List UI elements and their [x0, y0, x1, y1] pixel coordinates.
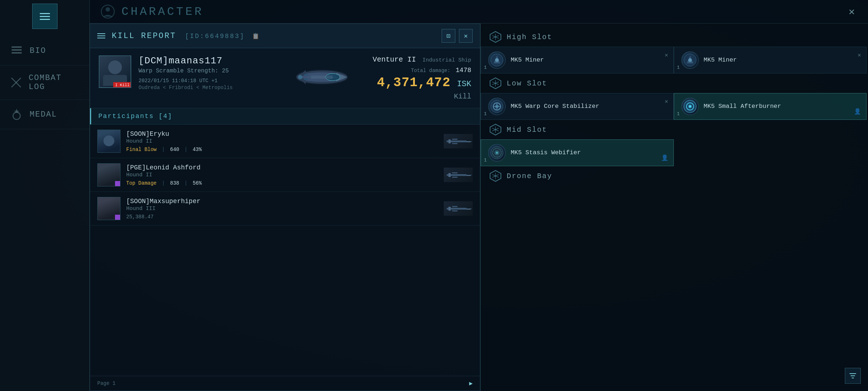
- kill-hero: I Kill [DCM]maanas117 Warp Scramble Stre…: [90, 48, 480, 108]
- high-slot-items: MK5 Miner 1 ✕ MK5 Miner: [481, 47, 868, 73]
- participant-damage-3: 25,388.47: [126, 214, 154, 220]
- kill-date: 2022/01/15 11:04:18 UTC +1: [139, 78, 271, 84]
- stasis-webifier-icon: [488, 144, 506, 161]
- kill-player-name: [DCM]maanas117: [139, 55, 271, 66]
- low-slot-header: Low Slot: [481, 73, 868, 93]
- svg-rect-18: [304, 74, 308, 76]
- sidebar-item-medal[interactable]: Medal: [0, 100, 89, 129]
- participant-avatar-3: [97, 197, 120, 220]
- svg-rect-28: [452, 177, 458, 178]
- participant-info-1: [SOON]Eryku Hound II Final Blow | 640 | …: [126, 130, 438, 152]
- medal-icon: [10, 108, 23, 121]
- kill-location: Oudreda < Fribrodi < Metropolis: [139, 85, 271, 91]
- pagination-next[interactable]: ▶: [469, 380, 473, 387]
- participants-list: [SOON]Eryku Hound II Final Blow | 640 | …: [90, 125, 480, 376]
- isk-value: 4,371,472: [377, 75, 450, 90]
- participants-header: Participants [4]: [90, 108, 480, 125]
- svg-rect-1: [12, 49, 22, 51]
- app-title: CHARACTER: [122, 5, 204, 18]
- isk-row: 4,371,472 ISK: [373, 75, 471, 90]
- rank-badge-2: [115, 181, 120, 186]
- low-slot-label: Low Slot: [507, 79, 547, 88]
- afterburner-name: MK5 Small Afterburner: [704, 102, 781, 110]
- participant-info-2: [PGE]Leonid Ashford Hound II Top Damage …: [126, 164, 438, 186]
- participant-damage-2: 838: [170, 180, 179, 186]
- slot-item-stasis-webifier[interactable]: MK5 Stasis Webifier 1 👤: [481, 139, 674, 166]
- ship-icon: [286, 59, 358, 95]
- svg-point-15: [298, 75, 302, 79]
- mk5-miner-2-icon: [681, 51, 699, 69]
- participant-ship-1: Hound II: [126, 138, 438, 144]
- high-slot-section: High Slot MK5 Miner 1 ✕: [481, 27, 868, 73]
- equipment-panel: High Slot MK5 Miner 1 ✕: [480, 24, 868, 391]
- svg-point-41: [495, 58, 499, 62]
- participant-stats-1: Final Blow | 640 | 43%: [126, 147, 438, 152]
- app-close-button[interactable]: ✕: [843, 3, 861, 21]
- equipment-slots: High Slot MK5 Miner 1 ✕: [481, 24, 868, 391]
- mk5-miner-1-close[interactable]: ✕: [665, 51, 668, 59]
- participant-ship-3: Hound III: [126, 206, 438, 212]
- panel-menu-button[interactable]: [97, 33, 105, 38]
- total-damage-value: 1478: [456, 67, 471, 74]
- isk-label: ISK: [457, 80, 471, 89]
- mid-slot-icon: [489, 123, 502, 136]
- svg-rect-33: [452, 210, 458, 211]
- afterburner-count: 1: [677, 111, 680, 117]
- drone-bay-icon: [489, 170, 502, 182]
- participants-title: Participants [4]: [98, 113, 173, 120]
- participant-percent-2: 56%: [193, 180, 202, 186]
- kill-ship-image: [278, 55, 365, 99]
- sidebar-item-combat[interactable]: Combat Log: [0, 66, 89, 100]
- participant-item[interactable]: [PGE]Leonid Ashford Hound II Top Damage …: [90, 158, 480, 192]
- ship-name: Venture II: [373, 55, 416, 64]
- sidebar-item-bio[interactable]: Bio: [0, 36, 89, 66]
- svg-marker-26: [467, 175, 472, 176]
- participant-name-3: [SOON]Maxsuperhiper: [126, 198, 438, 205]
- kill-badge: I Kill: [113, 82, 131, 88]
- topbar: CHARACTER ✕: [90, 0, 868, 24]
- svg-rect-34: [448, 207, 451, 211]
- panel-close-button[interactable]: ✕: [459, 29, 473, 43]
- mid-slot-section: Mid Slot MK5 Stasis Webifier: [481, 120, 868, 166]
- slot-item-mk5-miner-1[interactable]: MK5 Miner 1 ✕: [481, 47, 674, 73]
- participant-item[interactable]: [SOON]Maxsuperhiper Hound III 25,388.47: [90, 192, 480, 226]
- filter-button[interactable]: [845, 368, 861, 384]
- hamburger-icon: [40, 13, 50, 20]
- bio-icon: [10, 44, 23, 57]
- participant-avatar-2: [97, 163, 120, 186]
- svg-rect-29: [448, 173, 451, 177]
- slot-item-mk5-miner-2[interactable]: MK5 Miner 1 ✕: [674, 47, 867, 73]
- participant-stats-3: 25,388.47: [126, 214, 438, 220]
- warp-core-icon: [488, 98, 506, 115]
- mk5-miner-1-name: MK5 Miner: [511, 56, 544, 64]
- mk5-miner-1-count: 1: [484, 65, 487, 70]
- svg-point-44: [688, 58, 692, 62]
- pagination-text: Page 1: [97, 381, 115, 386]
- slot-item-warp-core[interactable]: MK5 Warp Core Stabilizer 1 ✕: [481, 93, 674, 120]
- pagination-bar: Page 1 ▶: [90, 376, 480, 391]
- svg-point-5: [13, 112, 20, 119]
- drone-bay-header: Drone Bay: [481, 166, 868, 186]
- participant-tag-1: Final Blow: [126, 147, 157, 152]
- drone-bay-label: Drone Bay: [507, 172, 552, 180]
- mk5-miner-2-close[interactable]: ✕: [858, 51, 861, 59]
- participant-item[interactable]: [SOON]Eryku Hound II Final Blow | 640 | …: [90, 125, 480, 158]
- sidebar-nav: Bio Combat Log Medal: [0, 36, 89, 129]
- warp-core-close[interactable]: ✕: [665, 98, 668, 105]
- svg-rect-24: [448, 139, 451, 143]
- panel-header: KILL REPORT [ID:6649883] 📋 ⊡ ✕: [90, 24, 480, 48]
- kill-avatar: I Kill: [99, 55, 131, 88]
- kill-right: Venture II Industrial Ship Total damage:…: [373, 55, 471, 101]
- mid-slot-items: MK5 Stasis Webifier 1 👤: [481, 139, 868, 166]
- low-slot-items: MK5 Warp Core Stabilizer 1 ✕: [481, 93, 868, 120]
- high-slot-icon: [489, 31, 502, 43]
- rank-badge-3: [115, 215, 120, 220]
- participant-avatar-1: [97, 130, 120, 153]
- svg-point-8: [106, 7, 110, 12]
- sidebar-menu-button[interactable]: [32, 4, 58, 29]
- slot-item-afterburner[interactable]: MK5 Small Afterburner 1 👤: [674, 93, 867, 120]
- export-button[interactable]: ⊡: [442, 29, 455, 43]
- weapon-icon-1: [445, 135, 472, 148]
- low-slot-icon: [489, 77, 502, 89]
- panel-title: KILL REPORT [ID:6649883] 📋: [112, 31, 260, 41]
